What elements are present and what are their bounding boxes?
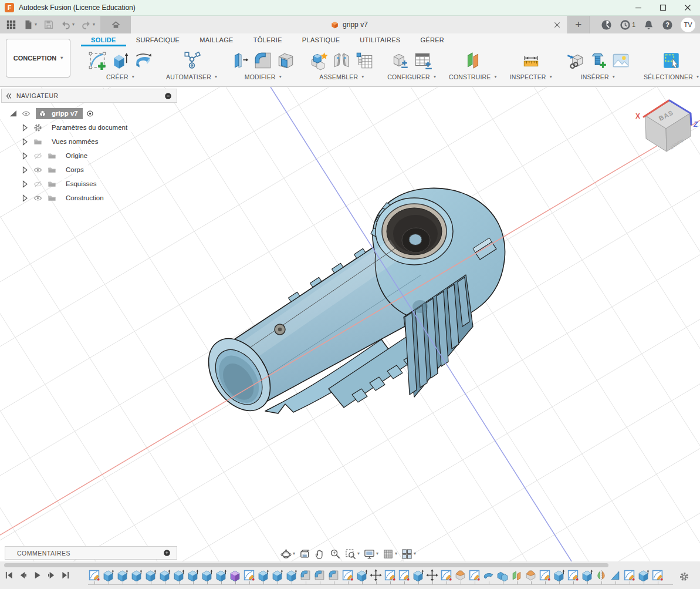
timeline-feature-extrude[interactable] <box>257 569 269 581</box>
tree-row-4[interactable]: Esquisses <box>1 177 177 191</box>
dropdown-caret-icon[interactable]: ▾ <box>293 551 295 556</box>
timeline-feature-extrude[interactable] <box>412 569 424 581</box>
step-back-button[interactable] <box>19 571 28 580</box>
timeline-feature-move[interactable] <box>426 569 438 581</box>
timeline-feature-extrude[interactable] <box>637 569 650 581</box>
timeline-feature-extrude[interactable] <box>356 569 368 581</box>
home-button[interactable] <box>100 16 131 33</box>
dropdown-caret-icon[interactable]: ▾ <box>357 551 360 556</box>
tree-row-2[interactable]: Origine <box>1 149 177 163</box>
new-tab-button[interactable]: + <box>568 16 590 33</box>
timeline-feature-extrude[interactable] <box>158 569 171 581</box>
dropdown-caret-icon[interactable]: ▾ <box>93 22 95 27</box>
help-button[interactable]: ? <box>662 19 673 31</box>
comments-bar[interactable]: COMMENTAIRES <box>5 546 177 560</box>
dropdown-caret-icon[interactable]: ▾ <box>434 75 436 79</box>
timeline-feature-extrude[interactable] <box>130 569 143 581</box>
skip-end-button[interactable] <box>61 571 70 580</box>
measure-button[interactable] <box>521 51 541 70</box>
document-tab[interactable]: gripp v7 <box>131 16 568 33</box>
timeline-feature-combine[interactable] <box>496 569 509 581</box>
dropdown-caret-icon[interactable]: ▾ <box>132 75 134 79</box>
view-cube[interactable]: BAS AVANT X Z <box>635 100 698 152</box>
dropdown-caret-icon[interactable]: ▾ <box>495 75 497 79</box>
group-label[interactable]: CONFIGURER▾ <box>387 73 436 80</box>
tree-item-label[interactable]: Origine <box>62 151 92 160</box>
dropdown-caret-icon[interactable]: ▾ <box>215 75 217 79</box>
timeline-feature-sketch[interactable] <box>651 569 664 581</box>
minimize-button[interactable] <box>626 0 651 15</box>
extensions-button[interactable] <box>601 19 612 31</box>
dropdown-caret-icon[interactable]: ▾ <box>72 22 75 27</box>
timeline-feature-sketch[interactable] <box>539 569 551 581</box>
group-label[interactable]: MODIFIER▾ <box>245 73 282 80</box>
ribbon-tab-surfacique[interactable]: SURFACIQUE <box>126 33 190 46</box>
timeline-feature-sketch[interactable] <box>88 569 100 581</box>
timeline-feature-extrude[interactable] <box>285 569 297 581</box>
minimize-panel-icon[interactable] <box>164 92 172 100</box>
insert-derive-button[interactable] <box>565 51 585 70</box>
browser-header[interactable]: NAVIGATEUR <box>1 89 177 103</box>
expand-caret-icon[interactable] <box>9 110 17 117</box>
app-launcher-button[interactable] <box>5 18 18 31</box>
timeline-feature-fillet[interactable] <box>327 569 340 581</box>
timeline-feature-mirror[interactable] <box>595 569 607 581</box>
dropdown-caret-icon[interactable]: ▾ <box>279 75 282 79</box>
close-document-icon[interactable] <box>553 21 562 29</box>
tree-row-5[interactable]: Construction <box>1 191 177 205</box>
group-label[interactable]: AUTOMATISER▾ <box>166 73 217 80</box>
ribbon-tab-plastique[interactable]: PLASTIQUE <box>292 33 350 46</box>
model-body[interactable] <box>196 188 505 422</box>
viewports-button[interactable]: ▾ <box>401 548 416 560</box>
joint-button[interactable] <box>332 51 351 70</box>
timeline-feature-sketch[interactable] <box>398 569 410 581</box>
timeline-feature-extrude[interactable] <box>116 569 128 581</box>
skip-start-button[interactable] <box>5 571 13 580</box>
save-button[interactable] <box>42 18 55 31</box>
timeline-feature-sketch[interactable] <box>440 569 452 581</box>
profile-button[interactable]: TV <box>681 18 695 32</box>
extrude-button[interactable] <box>110 51 130 70</box>
dropdown-caret-icon[interactable]: ▾ <box>376 551 378 556</box>
tree-item-label[interactable]: Vues nommées <box>48 137 102 146</box>
eye-icon[interactable] <box>33 194 42 203</box>
grid-settings-button[interactable]: ▾ <box>383 548 397 560</box>
timeline-feature-chamfer[interactable] <box>454 569 466 581</box>
timeline-settings-gear-icon[interactable] <box>679 571 689 582</box>
group-label[interactable]: CONSTRUIRE▾ <box>449 73 497 80</box>
timeline-feature-sketch[interactable] <box>567 569 579 581</box>
group-label[interactable]: CRÉER▾ <box>106 73 134 80</box>
step-forward-button[interactable] <box>47 571 56 580</box>
timeline-feature-sketch[interactable] <box>468 569 481 581</box>
config-table-button[interactable] <box>413 51 433 70</box>
tree-item-label[interactable]: Esquisses <box>62 179 100 189</box>
insert-fastener-button[interactable] <box>588 51 608 70</box>
select-button[interactable] <box>661 51 681 70</box>
timeline-feature-extrude[interactable] <box>553 569 565 581</box>
collapsed-caret-icon[interactable] <box>21 152 29 160</box>
timeline-feature-extrude[interactable] <box>102 569 114 581</box>
activate-component-icon[interactable] <box>84 109 96 119</box>
eye-off-icon[interactable] <box>33 152 42 160</box>
timeline-feature-extrude[interactable] <box>271 569 283 581</box>
axis-z-label[interactable]: Z <box>693 120 698 129</box>
collapsed-caret-icon[interactable] <box>21 194 29 202</box>
dropdown-caret-icon[interactable]: ▾ <box>414 551 416 556</box>
collapsed-caret-icon[interactable] <box>21 124 29 132</box>
tree-item-label[interactable]: Construction <box>62 193 108 203</box>
dropdown-caret-icon[interactable]: ▾ <box>613 75 615 79</box>
workspace-selector[interactable]: CONCEPTION▾ <box>6 39 70 78</box>
bom-table-button[interactable] <box>354 51 374 70</box>
press-pull-button[interactable] <box>230 51 250 70</box>
insert-canvas-button[interactable] <box>611 51 631 70</box>
undo-button[interactable]: ▾ <box>59 18 76 31</box>
close-window-button[interactable] <box>675 0 700 15</box>
tree-row-3[interactable]: Corps <box>1 163 177 177</box>
timeline-feature-extrude[interactable] <box>201 569 213 581</box>
dropdown-caret-icon[interactable]: ▾ <box>696 75 699 79</box>
display-settings-button[interactable]: ▾ <box>364 548 378 560</box>
timeline-feature-sketch[interactable] <box>623 569 635 581</box>
ribbon-tab-utilitaires[interactable]: UTILITAIRES <box>350 33 410 46</box>
zoom-button[interactable] <box>330 548 341 560</box>
timeline-feature-extrude[interactable] <box>215 569 227 581</box>
